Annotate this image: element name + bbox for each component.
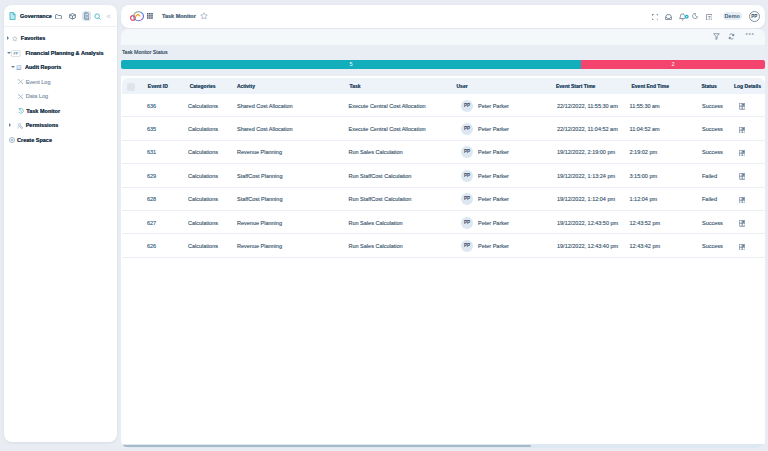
svg-text:?: ? bbox=[707, 14, 710, 19]
svg-text:FP: FP bbox=[14, 52, 19, 56]
